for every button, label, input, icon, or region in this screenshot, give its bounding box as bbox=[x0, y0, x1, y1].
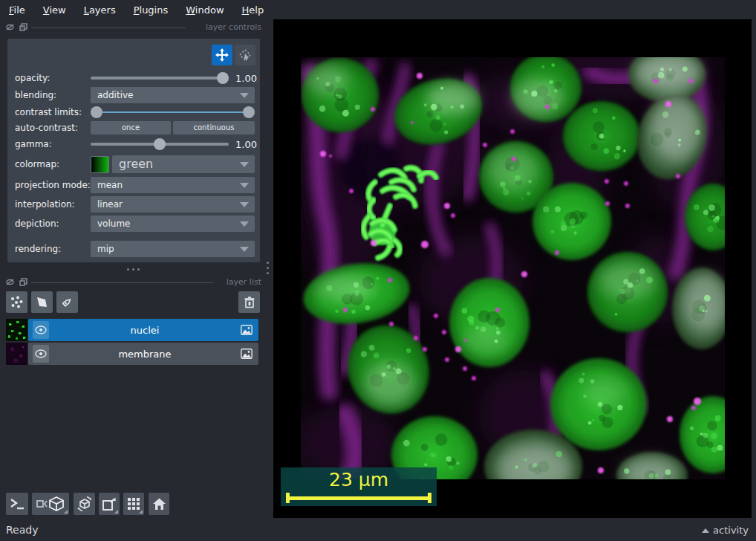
interpolation-combobox[interactable]: linear bbox=[91, 196, 255, 213]
membrane-layer-thumbnail bbox=[6, 343, 27, 365]
visibility-toggle[interactable] bbox=[33, 321, 49, 339]
microscopy-image bbox=[301, 57, 725, 479]
layer-controls-titlebar: layer controls bbox=[0, 21, 264, 34]
dock-float-icon[interactable] bbox=[19, 278, 27, 286]
contrast-limits-range-slider[interactable] bbox=[91, 106, 255, 118]
panel-resize-handle[interactable] bbox=[127, 268, 140, 270]
colormap-label: colormap: bbox=[15, 159, 59, 169]
grid-view-button[interactable] bbox=[123, 493, 144, 515]
chevron-down-icon bbox=[240, 247, 249, 252]
auto-contrast-once-button[interactable]: once bbox=[91, 121, 171, 135]
labels-tag-icon bbox=[60, 295, 74, 309]
dock-divider bbox=[31, 27, 186, 28]
napari-window: { "menu":{"items":["File","View","Layers… bbox=[0, 0, 756, 541]
status-message: Ready bbox=[6, 524, 38, 536]
blending-label: blending: bbox=[15, 90, 56, 100]
layer-controls-title: layer controls bbox=[206, 22, 261, 32]
console-icon bbox=[10, 498, 25, 510]
menu-plugins[interactable]: Plugins bbox=[125, 4, 177, 16]
layer-list-titlebar: layer list bbox=[0, 276, 264, 289]
activity-label: activity bbox=[713, 525, 749, 536]
chevron-down-icon bbox=[240, 93, 249, 98]
layer-row-membrane[interactable]: membrane bbox=[28, 343, 258, 365]
layer-list-title: layer list bbox=[227, 277, 261, 287]
layer-name: membrane bbox=[49, 349, 241, 360]
dock-hide-icon[interactable] bbox=[6, 23, 14, 31]
colormap-combobox[interactable]: green bbox=[112, 155, 255, 173]
depiction-value: volume bbox=[97, 218, 130, 229]
menu-window[interactable]: Window bbox=[177, 4, 232, 16]
rendering-label: rendering: bbox=[15, 244, 61, 254]
interpolation-label: interpolation: bbox=[15, 199, 75, 210]
depiction-label: depiction: bbox=[15, 218, 59, 229]
gamma-slider[interactable] bbox=[91, 138, 229, 150]
console-button[interactable] bbox=[6, 493, 28, 515]
layer-name: nuclei bbox=[49, 325, 241, 336]
status-bar: Ready activity bbox=[0, 520, 756, 541]
eye-icon bbox=[35, 349, 47, 358]
dock-divider bbox=[31, 282, 213, 283]
2d-3d-toggle-icon bbox=[36, 496, 65, 512]
transpose-dimensions-button[interactable] bbox=[99, 493, 120, 515]
colormap-value: green bbox=[119, 157, 153, 171]
menu-file[interactable]: File bbox=[0, 4, 34, 16]
chevron-down-icon bbox=[240, 221, 249, 227]
depiction-combobox[interactable]: volume bbox=[91, 216, 255, 232]
chevron-down-icon bbox=[240, 162, 249, 167]
blending-combobox[interactable]: additive bbox=[91, 87, 255, 103]
dock-hide-icon[interactable] bbox=[6, 278, 14, 286]
layer-row-nuclei[interactable]: nuclei bbox=[28, 319, 258, 341]
rendering-value: mip bbox=[97, 244, 114, 254]
home-icon bbox=[152, 497, 166, 511]
roll-cube-icon bbox=[76, 496, 93, 512]
dock-float-icon[interactable] bbox=[19, 23, 27, 31]
blending-value: additive bbox=[97, 90, 133, 100]
new-points-layer-button[interactable] bbox=[6, 291, 27, 313]
image-layer-type-icon bbox=[241, 349, 252, 359]
gamma-value: 1.00 bbox=[230, 139, 257, 150]
interpolation-value: linear bbox=[97, 199, 123, 210]
viewer-canvas[interactable]: 23 µm bbox=[273, 19, 752, 518]
visibility-toggle[interactable] bbox=[33, 345, 49, 363]
rendering-combobox[interactable]: mip bbox=[91, 241, 255, 257]
ndisplay-toggle-button[interactable] bbox=[32, 493, 69, 515]
trash-icon bbox=[243, 296, 256, 309]
colormap-swatch[interactable] bbox=[91, 156, 109, 173]
activity-button[interactable]: activity bbox=[702, 525, 749, 536]
pan-arrows-icon bbox=[215, 48, 229, 62]
chevron-down-icon bbox=[240, 183, 249, 188]
transpose-icon bbox=[102, 496, 117, 511]
menu-layers[interactable]: Layers bbox=[75, 4, 125, 16]
scale-bar-line bbox=[286, 496, 431, 500]
menu-view[interactable]: View bbox=[34, 4, 75, 16]
opacity-label: opacity: bbox=[15, 73, 50, 83]
button-menu-indicator bbox=[64, 510, 68, 514]
scale-bar-label: 23 µm bbox=[281, 469, 437, 490]
auto-contrast-continuous-button[interactable]: continuous bbox=[173, 121, 255, 135]
delete-layer-button[interactable] bbox=[238, 291, 260, 313]
dock-splitter-handle[interactable] bbox=[266, 262, 269, 274]
button-menu-indicator bbox=[114, 510, 118, 514]
projection-mode-label: projection mode: bbox=[15, 180, 91, 190]
grid-icon bbox=[127, 497, 140, 511]
shapes-icon bbox=[35, 295, 49, 309]
eye-icon bbox=[35, 325, 47, 334]
opacity-slider[interactable] bbox=[91, 72, 229, 84]
points-icon bbox=[10, 295, 24, 309]
new-labels-layer-button[interactable] bbox=[56, 291, 78, 313]
auto-contrast-label: auto-contrast: bbox=[15, 123, 78, 133]
transform-icon bbox=[238, 48, 252, 62]
pan-zoom-mode-button[interactable] bbox=[212, 45, 232, 65]
roll-dimensions-button[interactable] bbox=[74, 493, 95, 515]
menu-help[interactable]: Help bbox=[233, 4, 273, 16]
layer-controls-panel: opacity: 1.00 blending: additive contras… bbox=[7, 39, 260, 262]
transform-mode-button[interactable] bbox=[235, 45, 255, 65]
menu-bar: File View Layers Plugins Window Help bbox=[0, 0, 756, 19]
chevron-down-icon bbox=[240, 202, 249, 207]
projection-mode-combobox[interactable]: mean bbox=[91, 177, 255, 193]
new-shapes-layer-button[interactable] bbox=[31, 291, 53, 313]
nuclei-layer-thumbnail bbox=[6, 319, 27, 341]
home-reset-view-button[interactable] bbox=[149, 493, 169, 515]
projection-mode-value: mean bbox=[97, 180, 123, 190]
scale-bar: 23 µm bbox=[281, 467, 437, 506]
